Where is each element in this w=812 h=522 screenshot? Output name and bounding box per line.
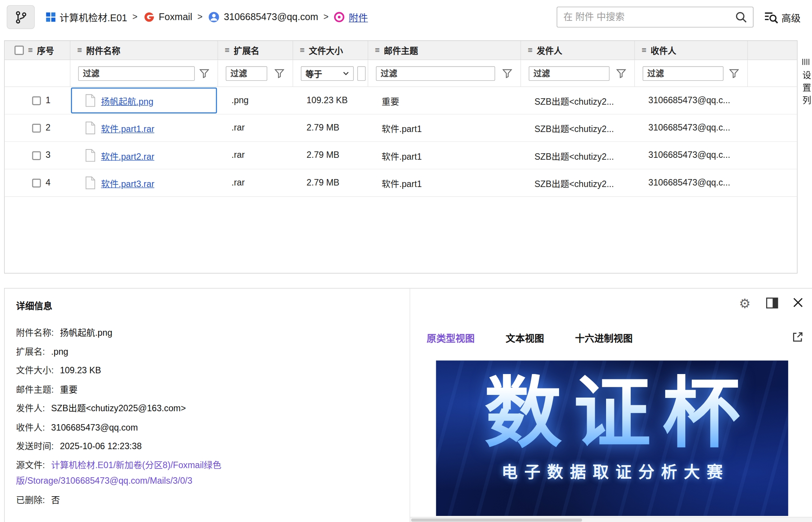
breadcrumb-separator: >: [132, 12, 138, 22]
ext-cell: .png: [218, 87, 293, 114]
detail-field-subject: 邮件主题:重要: [16, 382, 278, 398]
name-cell: 扬帆起航.png: [71, 87, 218, 114]
attachment-icon: [334, 11, 345, 23]
size-cell: 2.79 MB: [293, 142, 368, 169]
column-header-label: 收件人: [650, 44, 676, 57]
column-header-label: 扩展名: [234, 44, 259, 57]
source-file-link[interactable]: 计算机检材.E01/新加卷(分区8)/Foxmail绿色版/Storage/31…: [16, 460, 221, 486]
filter-cell-size: 等于: [293, 60, 368, 86]
breadcrumb-label: 附件: [349, 10, 368, 24]
subject-filter-input[interactable]: [376, 66, 495, 80]
tree-view-button[interactable]: [7, 5, 35, 29]
scrollbar-thumb[interactable]: [411, 519, 582, 522]
search-input[interactable]: [557, 7, 734, 27]
preview-tabs: 原类型视图 文本视图 十六进制视图: [427, 331, 633, 345]
breadcrumb-label: Foxmail: [159, 11, 192, 23]
column-header-index[interactable]: ≡ 序号: [5, 41, 70, 60]
detail-field-ext: 扩展名:.png: [16, 344, 278, 360]
file-icon: [85, 149, 96, 162]
open-external-icon[interactable]: [792, 331, 804, 343]
attachment-name-link[interactable]: 软件.part3.rar: [101, 176, 154, 189]
column-menu-icon: ≡: [528, 46, 532, 55]
column-header-sender[interactable]: ≡ 发件人: [521, 41, 635, 60]
column-header-label: 邮件主题: [384, 44, 418, 57]
subject-cell: 重要: [368, 87, 521, 114]
column-header-subject[interactable]: ≡ 邮件主题: [368, 41, 521, 60]
column-header-ext[interactable]: ≡ 扩展名: [218, 41, 293, 60]
column-menu-icon: ≡: [642, 46, 647, 55]
breadcrumb-item-account[interactable]: 3106685473@qq.com: [208, 11, 318, 24]
attachment-name-link[interactable]: 软件.part2.rar: [101, 149, 154, 162]
column-header-recipient[interactable]: ≡ 收件人: [635, 41, 748, 60]
filter-cell-filler: [748, 60, 797, 86]
index-cell: 2: [5, 115, 70, 142]
tab-original-view[interactable]: 原类型视图: [427, 331, 474, 345]
funnel-icon[interactable]: [199, 69, 209, 78]
detail-field-source-file: 源文件:计算机检材.E01/新加卷(分区8)/Foxmail绿色版/Storag…: [16, 458, 278, 489]
filter-row: 等于: [5, 60, 797, 87]
row-checkbox[interactable]: [32, 151, 41, 160]
detail-field-name: 附件名称:扬帆起航.png: [16, 325, 278, 341]
tab-text-view[interactable]: 文本视图: [506, 331, 544, 345]
attachment-name-link[interactable]: 软件.part1.rar: [101, 121, 154, 134]
breadcrumb-item-attachments[interactable]: 附件: [334, 10, 368, 24]
row-checkbox[interactable]: [32, 178, 41, 187]
detail-field-sent-time: 发送时间:2025-10-06 12:23:38: [16, 439, 278, 455]
detail-field-size: 文件大小:109.23 KB: [16, 363, 278, 379]
select-all-checkbox[interactable]: [14, 46, 24, 55]
advanced-search-button[interactable]: 高级: [763, 10, 801, 24]
funnel-icon[interactable]: [502, 69, 512, 78]
detail-field-deleted: 已删除:否: [16, 492, 278, 508]
table-row[interactable]: 2 软件.part1.rar .rar 2.79 MB 软件.part1 SZB…: [5, 115, 797, 142]
table-row[interactable]: 3 软件.part2.rar .rar 2.79 MB 软件.part1 SZB…: [5, 142, 797, 169]
size-filter-input[interactable]: [357, 66, 366, 80]
name-cell: 软件.part3.rar: [71, 169, 218, 196]
details-fields: 附件名称:扬帆起航.png 扩展名:.png 文件大小:109.23 KB 邮件…: [16, 325, 278, 511]
row-index: 3: [46, 150, 50, 160]
foxmail-icon: [143, 11, 155, 24]
filter-cell-subject: [368, 60, 521, 86]
row-checkbox[interactable]: [32, 124, 41, 132]
filter-cell-sender: [521, 60, 635, 86]
size-operator-value: 等于: [306, 67, 322, 80]
size-cell: 2.79 MB: [293, 169, 368, 196]
tab-hex-view[interactable]: 十六进制视图: [575, 331, 633, 345]
name-cell: 软件.part1.rar: [71, 115, 218, 142]
breadcrumb-separator: >: [197, 12, 203, 22]
size-operator-select[interactable]: 等于: [301, 66, 353, 80]
details-panel: 详细信息 ⚙ 附件名称:扬帆起航.png 扩展名:.png 文件大小:109.2…: [4, 288, 812, 522]
name-filter-input[interactable]: [78, 66, 195, 80]
sender-cell: SZB出题<chutizy2...: [521, 142, 635, 169]
row-checkbox[interactable]: [32, 96, 41, 105]
index-cell: 1: [5, 87, 70, 114]
ext-filter-input[interactable]: [226, 66, 267, 80]
sender-cell: SZB出题<chutizy2...: [521, 169, 635, 196]
column-menu-icon: ≡: [28, 46, 33, 55]
column-menu-icon: ≡: [77, 46, 82, 55]
funnel-icon[interactable]: [729, 69, 739, 78]
breadcrumb-item-evidence[interactable]: 计算机检材.E01: [46, 10, 127, 24]
table-row[interactable]: 1 扬帆起航.png .png 109.23 KB 重要 SZB出题<chuti…: [5, 87, 797, 114]
account-icon: [208, 11, 220, 24]
sender-cell: SZB出题<chutizy2...: [521, 87, 635, 114]
size-cell: 109.23 KB: [293, 87, 368, 114]
sender-filter-input[interactable]: [529, 66, 609, 80]
recipient-filter-input[interactable]: [643, 66, 724, 80]
search-icon[interactable]: [734, 10, 748, 24]
column-header-size[interactable]: ≡ 文件大小: [293, 41, 368, 60]
funnel-icon[interactable]: [275, 69, 284, 78]
table-row[interactable]: 4 软件.part3.rar .rar 2.79 MB 软件.part1 SZB…: [5, 169, 797, 197]
sender-cell: SZB出题<chutizy2...: [521, 115, 635, 142]
funnel-icon[interactable]: [616, 69, 626, 78]
breadcrumb-label: 3106685473@qq.com: [224, 11, 318, 23]
column-settings-toggle[interactable]: 设置列: [800, 58, 812, 108]
attachment-name-link[interactable]: 扬帆起航.png: [101, 94, 153, 107]
breadcrumb-item-foxmail[interactable]: Foxmail: [143, 11, 192, 24]
recipient-cell: 3106685473@qq.c...: [635, 115, 748, 142]
advanced-search-label: 高级: [781, 11, 801, 24]
top-bar: 计算机检材.E01 > Foxmail > 3106685473@qq.com …: [0, 0, 812, 37]
table-header-row: ≡ 序号 ≡ 附件名称 ≡ 扩展名 ≡ 文件大小 ≡ 邮件主题 ≡ 发件人: [5, 41, 797, 60]
column-header-name[interactable]: ≡ 附件名称: [71, 41, 218, 60]
forensic-app-window: 计算机检材.E01 > Foxmail > 3106685473@qq.com …: [0, 0, 812, 522]
horizontal-scrollbar[interactable]: [410, 517, 812, 522]
